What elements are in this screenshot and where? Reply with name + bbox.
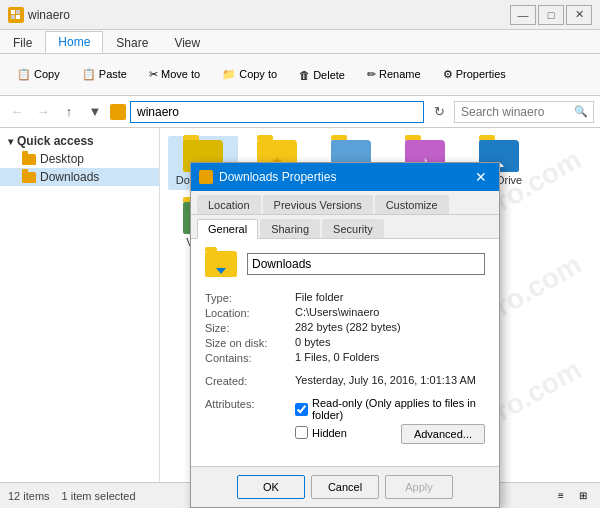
quick-access-label: Quick access <box>17 134 94 148</box>
hidden-row: Hidden Advanced... <box>295 424 485 444</box>
prop-size-label: Size: <box>205 321 295 334</box>
ribbon-prop-btn[interactable]: ⚙ Properties <box>434 65 515 84</box>
sidebar-item-desktop-label: Desktop <box>40 152 84 166</box>
prop-location: Location: C:\Users\winaero <box>205 306 485 319</box>
address-bar: ← → ↑ ▼ ↻ 🔍 <box>0 96 600 128</box>
prop-contains-label: Contains: <box>205 351 295 364</box>
dialog-tab-prevversions[interactable]: Previous Versions <box>263 195 373 214</box>
prop-attributes-label: Attributes: <box>205 397 295 444</box>
hidden-checkbox-row: Hidden <box>295 426 347 439</box>
readonly-row: Read-only (Only applies to files in fold… <box>295 397 485 421</box>
dialog-tab-customize[interactable]: Customize <box>375 195 449 214</box>
dialog-tabs-row2: General Sharing Security <box>191 215 499 239</box>
location-icon <box>110 104 126 120</box>
dialog-tab-security[interactable]: Security <box>322 219 384 238</box>
hidden-checkbox[interactable] <box>295 426 308 439</box>
ribbon-tabs: File Home Share View <box>0 30 600 54</box>
folder-name-row <box>205 251 485 277</box>
sidebar-item-downloads-label: Downloads <box>40 170 99 184</box>
prop-location-label: Location: <box>205 306 295 319</box>
dialog-body: Type: File folder Location: C:\Users\win… <box>191 239 499 466</box>
prop-type: Type: File folder <box>205 291 485 304</box>
status-left: 12 items 1 item selected <box>8 490 136 502</box>
view-icons-button[interactable]: ⊞ <box>574 487 592 505</box>
prop-size-ondisk-value: 0 bytes <box>295 336 485 349</box>
window-title: winaero <box>28 8 70 22</box>
title-bar: winaero — □ ✕ <box>0 0 600 30</box>
tab-view[interactable]: View <box>161 32 213 53</box>
prop-location-value: C:\Users\winaero <box>295 306 485 319</box>
ok-button[interactable]: OK <box>237 475 305 499</box>
svg-rect-2 <box>16 10 20 14</box>
dialog-title-bar: Downloads Properties ✕ <box>191 163 499 191</box>
status-right: ≡ ⊞ <box>552 487 592 505</box>
prop-created-value: Yesterday, July 16, 2016, 1:01:13 AM <box>295 374 485 387</box>
minimize-button[interactable]: — <box>510 5 536 25</box>
advanced-button[interactable]: Advanced... <box>401 424 485 444</box>
dialog-tab-general[interactable]: General <box>197 219 258 239</box>
prop-size-value: 282 bytes (282 bytes) <box>295 321 485 334</box>
address-input[interactable] <box>130 101 424 123</box>
selected-count: 1 item selected <box>62 490 136 502</box>
svg-rect-1 <box>16 15 20 19</box>
title-bar-controls: — □ ✕ <box>510 5 592 25</box>
prop-created: Created: Yesterday, July 16, 2016, 1:01:… <box>205 374 485 387</box>
prop-contains: Contains: 1 Files, 0 Folders <box>205 351 485 364</box>
dialog-close-button[interactable]: ✕ <box>471 168 491 186</box>
readonly-checkbox[interactable] <box>295 403 308 416</box>
search-icon: 🔍 <box>574 105 588 118</box>
refresh-button[interactable]: ↻ <box>428 101 450 123</box>
folder-name-input[interactable] <box>247 253 485 275</box>
ribbon-copy-btn[interactable]: 📋 Copy <box>8 65 69 84</box>
forward-button[interactable]: → <box>32 101 54 123</box>
sidebar-item-downloads[interactable]: Downloads <box>0 168 159 186</box>
ribbon-move-btn[interactable]: ✂ Move to <box>140 65 209 84</box>
maximize-button[interactable]: □ <box>538 5 564 25</box>
prop-size-ondisk-label: Size on disk: <box>205 336 295 349</box>
svg-rect-0 <box>11 10 15 14</box>
sidebar: ▾ Quick access Desktop Downloads <box>0 128 160 482</box>
close-button[interactable]: ✕ <box>566 5 592 25</box>
prop-separator-1 <box>205 366 485 374</box>
attributes-controls: Read-only (Only applies to files in fold… <box>295 397 485 444</box>
recent-button[interactable]: ▼ <box>84 101 106 123</box>
tab-file[interactable]: File <box>0 32 45 53</box>
dialog-title-text: Downloads Properties <box>199 170 336 184</box>
quick-access-section: ▾ Quick access Desktop Downloads <box>0 132 159 186</box>
prop-size-ondisk: Size on disk: 0 bytes <box>205 336 485 349</box>
prop-attributes-row: Attributes: Read-only (Only applies to f… <box>205 397 485 444</box>
ribbon-paste-btn[interactable]: 📋 Paste <box>73 65 136 84</box>
prop-type-label: Type: <box>205 291 295 304</box>
dialog-footer: OK Cancel Apply <box>191 466 499 507</box>
ribbon-delete-btn[interactable]: 🗑 Delete <box>290 66 354 84</box>
arrow-icon: ▾ <box>8 136 13 147</box>
prop-created-label: Created: <box>205 374 295 387</box>
ribbon-rename-btn[interactable]: ✏ Rename <box>358 65 430 84</box>
apply-button[interactable]: Apply <box>385 475 453 499</box>
up-button[interactable]: ↑ <box>58 101 80 123</box>
downloads-properties-dialog: Downloads Properties ✕ Location Previous… <box>190 162 500 508</box>
dialog-big-folder-icon <box>205 251 237 277</box>
dialog-tab-sharing[interactable]: Sharing <box>260 219 320 238</box>
dialog-tab-location[interactable]: Location <box>197 195 261 214</box>
tab-home[interactable]: Home <box>45 31 103 53</box>
prop-separator-2 <box>205 389 485 397</box>
tab-share[interactable]: Share <box>103 32 161 53</box>
dialog-title-label: Downloads Properties <box>219 170 336 184</box>
search-wrap: 🔍 <box>454 101 594 123</box>
title-bar-left: winaero <box>8 7 70 23</box>
view-details-button[interactable]: ≡ <box>552 487 570 505</box>
app-icon <box>8 7 24 23</box>
downloads-folder-icon <box>22 172 36 183</box>
cancel-button[interactable]: Cancel <box>311 475 379 499</box>
properties-table: Type: File folder Location: C:\Users\win… <box>205 291 485 444</box>
search-input[interactable] <box>454 101 594 123</box>
readonly-label: Read-only (Only applies to files in fold… <box>312 397 485 421</box>
back-button[interactable]: ← <box>6 101 28 123</box>
ribbon-copy-to-btn[interactable]: 📁 Copy to <box>213 65 286 84</box>
folder-down-arrow <box>216 268 226 274</box>
item-count: 12 items <box>8 490 50 502</box>
quick-access-header[interactable]: ▾ Quick access <box>0 132 159 150</box>
sidebar-item-desktop[interactable]: Desktop <box>0 150 159 168</box>
file-area: winaero.com winaero.com winaero.com Down… <box>160 128 600 482</box>
